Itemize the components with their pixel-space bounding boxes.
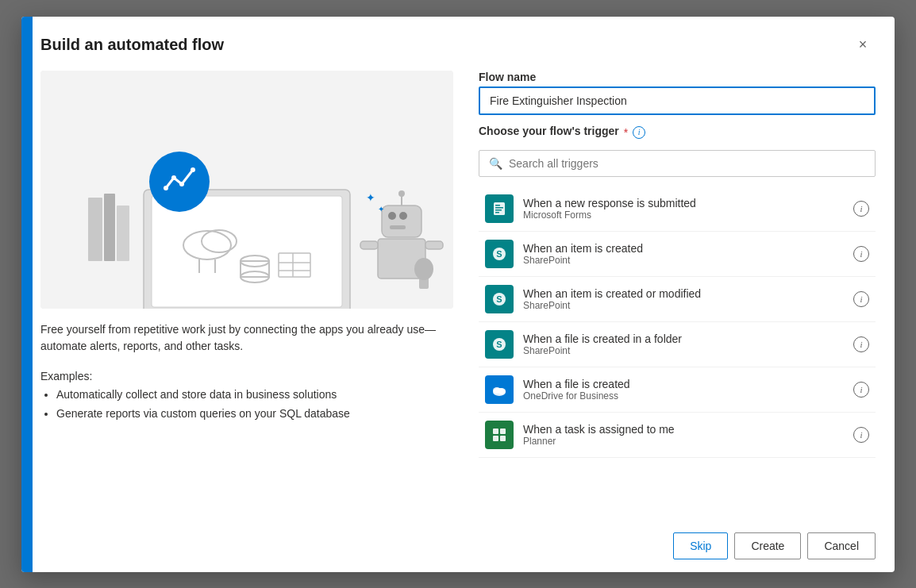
trigger-info-btn-forms[interactable]: i (853, 201, 869, 217)
example-item-2: Generate reports via custom queries on y… (56, 405, 453, 424)
trigger-app-forms: Microsoft Forms (523, 209, 844, 221)
svg-point-34 (179, 182, 184, 186)
trigger-info-btn-sp2[interactable]: i (853, 291, 869, 307)
dialog-header: Build an automated flow × (21, 17, 895, 58)
svg-rect-5 (152, 196, 342, 307)
trigger-item-sp-folder[interactable]: S When a file is created in a folder Sha… (479, 322, 876, 367)
svg-rect-21 (390, 225, 406, 229)
dialog-body: ✦ ✦ Free yourself from repetitive work j… (21, 58, 895, 520)
svg-rect-37 (495, 205, 500, 206)
examples-section: Examples: Automatically collect and stor… (40, 367, 453, 424)
svg-point-20 (399, 212, 407, 220)
trigger-name-sp3: When a file is created in a folder (523, 332, 844, 345)
svg-text:✦: ✦ (378, 205, 384, 213)
trigger-label-row: Choose your flow's trigger * i (479, 125, 876, 140)
svg-point-33 (171, 175, 176, 180)
cancel-button[interactable]: Cancel (807, 532, 876, 559)
trigger-app-sp2: SharePoint (523, 300, 844, 311)
trigger-name-sp1: When an item is created (523, 242, 844, 255)
svg-rect-26 (425, 241, 443, 249)
svg-rect-2 (104, 194, 115, 261)
trigger-content-sp1: When an item is created SharePoint (523, 242, 844, 266)
svg-point-23 (398, 190, 405, 197)
flow-name-input[interactable] (479, 86, 876, 115)
svg-rect-40 (495, 212, 499, 213)
close-button[interactable]: × (850, 33, 876, 58)
trigger-app-sp3: SharePoint (523, 345, 844, 356)
trigger-icon-sp3: S (485, 330, 514, 359)
trigger-info-btn-sp3[interactable]: i (853, 336, 869, 352)
search-input[interactable] (509, 157, 865, 170)
illustration-svg: ✦ ✦ (40, 71, 453, 309)
trigger-app-planner: Planner (523, 436, 844, 447)
dialog-footer: Skip Create Cancel (21, 520, 895, 572)
examples-label: Examples: (40, 367, 453, 386)
svg-text:S: S (496, 249, 502, 259)
sidebar-accent (21, 17, 33, 572)
svg-rect-51 (500, 429, 506, 434)
svg-rect-38 (495, 207, 503, 209)
svg-rect-18 (382, 206, 421, 237)
trigger-icon-onedrive (485, 375, 514, 404)
trigger-content-sp3: When a file is created in a folder Share… (523, 332, 844, 356)
illustration-area: ✦ ✦ (40, 71, 453, 309)
trigger-info-btn-planner[interactable]: i (853, 427, 869, 443)
trigger-info-icon[interactable]: i (633, 126, 645, 139)
trigger-name-planner: When a task is assigned to me (523, 423, 844, 436)
svg-point-19 (388, 212, 396, 220)
trigger-label: Choose your flow's trigger (479, 125, 619, 137)
flow-name-field: Flow name (479, 71, 876, 115)
trigger-item-sp-created[interactable]: S When an item is created SharePoint i (479, 232, 876, 277)
description-text: Free yourself from repetitive work just … (40, 321, 453, 355)
trigger-name-onedrive: When a file is created (523, 378, 844, 390)
trigger-icon-sp1: S (485, 240, 514, 268)
search-box[interactable]: 🔍 (479, 150, 876, 177)
svg-rect-36 (494, 202, 505, 215)
dialog-title: Build an automated flow (40, 36, 224, 54)
svg-point-35 (191, 167, 195, 172)
trigger-content-planner: When a task is assigned to me Planner (523, 423, 844, 447)
trigger-app-sp1: SharePoint (523, 255, 844, 266)
required-star: * (624, 126, 628, 139)
trigger-item-forms[interactable]: When a new response is submitted Microso… (479, 186, 876, 232)
svg-point-32 (164, 186, 168, 190)
search-icon: 🔍 (489, 157, 502, 170)
trigger-icon-forms (485, 194, 514, 223)
svg-text:✦: ✦ (366, 191, 375, 204)
trigger-icon-sp2: S (485, 285, 514, 313)
svg-rect-50 (493, 429, 498, 434)
svg-text:S: S (496, 294, 502, 304)
trigger-item-sp-modified[interactable]: S When an item is created or modified Sh… (479, 277, 876, 322)
trigger-content-sp2: When an item is created or modified Shar… (523, 287, 844, 311)
svg-rect-25 (360, 241, 378, 249)
svg-rect-3 (117, 206, 129, 261)
flow-name-label: Flow name (479, 71, 876, 83)
svg-rect-39 (495, 209, 502, 211)
trigger-icon-planner (485, 421, 514, 449)
example-item-1: Automatically collect and store data in … (56, 386, 453, 405)
trigger-info-btn-sp1[interactable]: i (853, 246, 869, 262)
svg-rect-52 (493, 436, 498, 441)
build-automated-flow-dialog: Build an automated flow × (21, 17, 895, 572)
svg-text:S: S (496, 340, 502, 349)
triggers-list: When a new response is submitted Microso… (479, 186, 876, 520)
trigger-content-onedrive: When a file is created OneDrive for Busi… (523, 378, 844, 402)
svg-point-28 (414, 258, 433, 280)
svg-point-49 (498, 388, 506, 394)
left-panel: ✦ ✦ Free yourself from repetitive work j… (40, 71, 453, 520)
skip-button[interactable]: Skip (673, 532, 728, 559)
trigger-app-onedrive: OneDrive for Business (523, 390, 844, 402)
trigger-content-forms: When a new response is submitted Microso… (523, 197, 844, 221)
trigger-name-forms: When a new response is submitted (523, 197, 844, 209)
create-button[interactable]: Create (734, 532, 801, 559)
trigger-item-planner[interactable]: When a task is assigned to me Planner i (479, 413, 876, 458)
svg-rect-53 (500, 436, 506, 441)
trigger-item-onedrive[interactable]: When a file is created OneDrive for Busi… (479, 367, 876, 413)
right-panel: Flow name Choose your flow's trigger * i… (479, 71, 876, 520)
svg-rect-1 (88, 198, 102, 261)
trigger-name-sp2: When an item is created or modified (523, 287, 844, 300)
trigger-info-btn-onedrive[interactable]: i (853, 382, 869, 398)
